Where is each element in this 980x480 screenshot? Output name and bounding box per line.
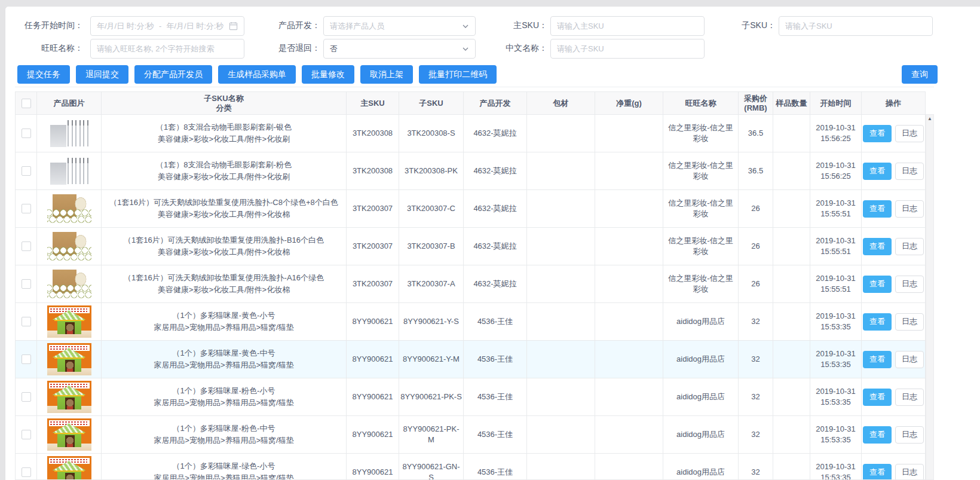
chinese-name-field-wrap [550,39,705,59]
row-checkbox[interactable] [22,166,31,176]
wangwang-name-value: 信之里彩妆-信之里彩妆 [663,190,739,227]
main-sku-value: 8YY900621 [347,416,399,453]
start-time-value: 2019-10-31 15:53:35 [810,303,862,340]
row-checkbox[interactable] [22,279,31,289]
start-time-value: 2019-10-31 15:53:35 [810,416,862,453]
table-row: （1个）多彩猫咪屋-绿色-小号 家居用品>宠物用品>养猫用品>猫窝/猫垫 8YY… [16,454,925,480]
toolbar-button[interactable]: 退回提交 [76,65,128,84]
sub-sku-value: 8YY900621-Y-S [399,303,464,340]
wangwang-name-value: 信之里彩妆-信之里彩妆 [663,265,739,302]
view-button[interactable]: 查看 [863,238,892,255]
operations-cell: 查看 日志 [862,115,925,152]
view-button[interactable]: 查看 [863,163,892,180]
product-image [47,117,91,149]
query-button[interactable]: 查询 [902,65,938,84]
log-button[interactable]: 日志 [895,238,924,255]
table-row: （1个）多彩猫咪屋-粉色-中号 家居用品>宠物用品>养猫用品>猫窝/猫垫 8YY… [16,416,925,454]
start-time-value: 2019-10-31 15:53:35 [810,378,862,415]
sample-quantity-value [773,115,810,152]
header-cell: 开始时间 [810,92,862,114]
main-sku-field-wrap [550,16,705,36]
product-image [47,268,91,300]
row-checkbox[interactable] [22,354,31,364]
scroll-up-arrow-icon[interactable]: ▲ [926,115,933,123]
view-button[interactable]: 查看 [863,464,892,480]
operations-cell: 查看 日志 [862,341,925,378]
toolbar-button[interactable]: 分配产品开发员 [134,65,212,84]
sku-name-category-cell: （1套）8支混合动物毛眼影刷套刷-粉色 美容健康>彩妆>化妆工具/附件>化妆刷 [102,152,347,189]
main-sku-value: 8YY900621 [347,341,399,378]
table-row: （1套16片）可洗天鹅绒卸妆垫重复使用洗脸扑-B16个白色 美容健康>彩妆>化妆… [16,228,925,265]
toolbar-button[interactable]: 批量修改 [302,65,354,84]
view-button[interactable]: 查看 [863,351,892,368]
start-time-value: 2019-10-31 15:55:51 [810,228,862,265]
product-category: 家居用品>宠物用品>养猫用品>猫窝/猫垫 [154,435,293,447]
wangwang-name-value: aididog用品店 [663,378,739,415]
log-button[interactable]: 日志 [895,125,924,142]
table-row: （1个）多彩猫咪屋-黄色-小号 家居用品>宠物用品>养猫用品>猫窝/猫垫 8YY… [16,303,925,341]
main-sku-value: 3TK200307 [347,228,399,265]
product-name: （1套16片）可洗天鹅绒卸妆垫重复使用洗脸扑-C8个绿色+8个白色 [109,197,338,209]
row-checkbox[interactable] [22,467,31,477]
log-button[interactable]: 日志 [895,313,924,331]
operations-cell: 查看 日志 [862,416,925,453]
operations-cell: 查看 日志 [862,228,925,265]
table-body: （1套）8支混合动物毛眼影刷套刷-银色 美容健康>彩妆>化妆工具/附件>化妆刷 … [16,115,925,480]
row-checkbox[interactable] [22,204,31,213]
log-button[interactable]: 日志 [895,389,924,406]
row-checkbox[interactable] [22,241,31,251]
toolbar-button[interactable]: 批量打印二维码 [419,65,497,84]
product-dev-select[interactable]: 请选择产品人员 [323,16,476,36]
operations-cell: 查看 日志 [862,303,925,340]
view-button[interactable]: 查看 [863,313,892,331]
packaging-value [527,378,595,415]
view-button[interactable]: 查看 [863,125,892,142]
chinese-name-label: 中文名称： [506,43,547,54]
net-weight-value [595,228,663,265]
product-image-cell [37,152,102,189]
packaging-value [527,303,595,340]
row-checkbox[interactable] [22,129,31,138]
toolbar-button[interactable]: 提交任务 [17,65,70,84]
packaging-value [527,265,595,302]
toolbar-button[interactable]: 取消上架 [360,65,413,84]
select-all-checkbox[interactable] [22,99,31,108]
task-start-time-range-input[interactable]: 年/月/日 时:分:秒 - 年/月/日 时:分:秒 [90,16,244,36]
product-name: （1套）8支混合动物毛眼影刷套刷-银色 [156,121,292,133]
view-button[interactable]: 查看 [863,389,892,406]
wangwang-name-value: aididog用品店 [663,341,739,378]
view-button[interactable]: 查看 [863,200,892,218]
calendar-icon[interactable] [229,22,238,30]
product-developer-value: 4536-王佳 [464,303,527,340]
wangwang-name-input[interactable] [97,39,238,58]
sample-quantity-value [773,190,810,227]
log-button[interactable]: 日志 [895,426,924,444]
row-checkbox[interactable] [22,392,31,402]
product-name: （1个）多彩猫咪屋-黄色-小号 [173,310,275,322]
product-image-cell [37,416,102,453]
product-category: 家居用品>宠物用品>养猫用品>猫窝/猫垫 [154,359,293,371]
sub-sku-input[interactable] [785,17,926,35]
log-button[interactable]: 日志 [895,163,924,180]
log-button[interactable]: 日志 [895,200,924,218]
view-button[interactable]: 查看 [863,426,892,444]
sub-sku-value: 3TK200308-PK [399,152,464,189]
purchase-price-value: 32 [739,454,773,480]
product-category: 家居用品>宠物用品>养猫用品>猫窝/猫垫 [154,472,293,480]
main-sku-input[interactable] [557,17,698,35]
row-checkbox[interactable] [22,317,31,326]
toolbar-button[interactable]: 生成样品采购单 [218,65,296,84]
header-cell: 旺旺名称 [663,92,739,114]
chinese-name-input[interactable] [557,39,698,58]
log-button[interactable]: 日志 [895,351,924,368]
sample-quantity-value [773,265,810,302]
purchase-price-value: 36.5 [739,152,773,189]
row-checkbox[interactable] [22,430,31,439]
sample-quantity-value [773,228,810,265]
log-button[interactable]: 日志 [895,464,924,480]
is-return-select[interactable]: 否 [323,39,476,59]
log-button[interactable]: 日志 [895,276,924,293]
table-scrollbar[interactable]: ▲ [926,114,934,480]
view-button[interactable]: 查看 [863,276,892,293]
content-panel: 任务开始时间： 年/月/日 时:分:秒 - 年/月/日 时:分:秒 产品开发： … [5,6,980,480]
